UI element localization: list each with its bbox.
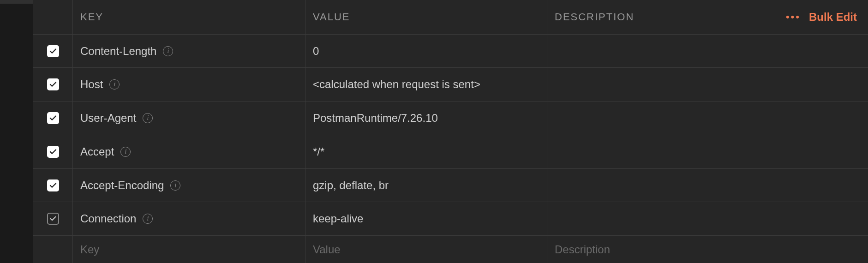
row-checkbox[interactable]: [47, 78, 59, 90]
row-value[interactable]: PostmanRuntime/7.26.10: [313, 112, 438, 125]
check-icon: [49, 148, 57, 156]
info-icon[interactable]: i: [143, 214, 153, 224]
row-key[interactable]: Connection: [80, 212, 136, 225]
new-value-input[interactable]: [313, 243, 547, 256]
row-key[interactable]: User-Agent: [80, 112, 136, 125]
check-icon: [49, 47, 57, 55]
new-row-check-col: [33, 236, 73, 263]
header-check-col: [33, 0, 73, 34]
check-icon: [49, 181, 57, 190]
check-icon: [49, 114, 57, 122]
new-row[interactable]: [33, 235, 868, 263]
header-key-label: KEY: [80, 11, 103, 23]
headers-table: KEY VALUE DESCRIPTION ••• Bulk Edit Cont…: [33, 0, 868, 263]
table-row: Content-Length i 0: [33, 34, 868, 68]
header-value-label: VALUE: [313, 11, 350, 23]
table-row: Accept-Encoding i gzip, deflate, br: [33, 168, 868, 202]
row-checkbox[interactable]: [47, 112, 59, 124]
left-sidebar: [0, 0, 33, 263]
table-header-row: KEY VALUE DESCRIPTION ••• Bulk Edit: [33, 0, 868, 34]
header-value-col: VALUE: [305, 0, 547, 34]
row-value[interactable]: keep-alive: [313, 212, 363, 225]
row-value[interactable]: gzip, deflate, br: [313, 179, 389, 192]
row-key[interactable]: Accept-Encoding: [80, 179, 164, 192]
row-key[interactable]: Host: [80, 78, 103, 91]
info-icon[interactable]: i: [143, 113, 153, 123]
row-key[interactable]: Accept: [80, 145, 114, 158]
info-icon[interactable]: i: [109, 79, 120, 90]
check-icon: [49, 80, 57, 89]
new-description-input[interactable]: [555, 243, 868, 256]
table-row: Connection i keep-alive: [33, 202, 868, 235]
row-checkbox[interactable]: [47, 45, 59, 57]
table-row: User-Agent i PostmanRuntime/7.26.10: [33, 101, 868, 135]
row-checkbox[interactable]: [47, 146, 59, 158]
new-key-input[interactable]: [80, 243, 305, 256]
row-checkbox[interactable]: [47, 179, 59, 191]
check-icon: [49, 215, 57, 222]
header-description-label: DESCRIPTION: [555, 11, 778, 23]
row-checkbox[interactable]: [47, 213, 59, 225]
info-icon[interactable]: i: [120, 147, 131, 157]
row-value[interactable]: */*: [313, 145, 324, 158]
bulk-edit-button[interactable]: Bulk Edit: [809, 11, 857, 24]
row-value[interactable]: <calculated when request is sent>: [313, 78, 480, 91]
sidebar-tab-indicator: [0, 0, 33, 4]
table-row: Accept i */*: [33, 135, 868, 168]
more-options-icon[interactable]: •••: [778, 11, 809, 23]
info-icon[interactable]: i: [163, 46, 173, 56]
row-value[interactable]: 0: [313, 45, 319, 58]
row-key[interactable]: Content-Length: [80, 45, 156, 58]
header-key-col: KEY: [73, 0, 305, 34]
table-row: Host i <calculated when request is sent>: [33, 67, 868, 101]
info-icon[interactable]: i: [170, 180, 180, 191]
header-actions: DESCRIPTION ••• Bulk Edit: [547, 0, 868, 34]
